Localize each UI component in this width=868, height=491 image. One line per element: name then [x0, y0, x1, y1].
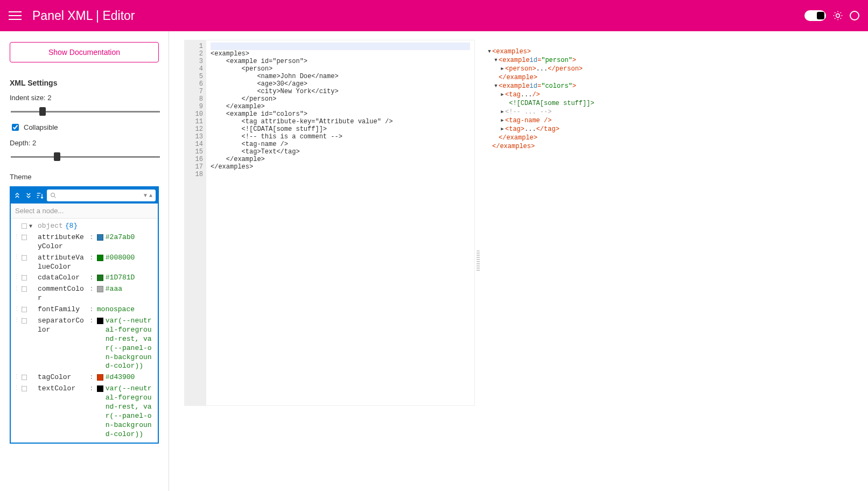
main-area: 123456789101112131415161718 <examples> <… — [169, 31, 868, 491]
tree-row[interactable]: ▶<tag-name /> — [487, 116, 856, 125]
theme-prop-row[interactable]: ⋮⋮textColor:var(--neutral-foreground-res… — [11, 383, 158, 440]
tree-row[interactable]: ▶<tag>...</tag> — [487, 125, 856, 134]
theme-prop-value: monospace — [97, 305, 155, 314]
theme-prop-value: #2a7ab0 — [106, 233, 155, 242]
tree-root-row[interactable]: ▼ object {8} — [11, 221, 158, 232]
sun-icon[interactable] — [832, 10, 843, 21]
tree-row: </examples> — [487, 142, 856, 151]
collapsible-checkbox[interactable]: Collapsible — [10, 122, 159, 132]
theme-prop-key: tagColor — [38, 373, 86, 382]
theme-search-input[interactable] — [59, 191, 142, 200]
sidebar: Show Documentation XML Settings Indent s… — [0, 31, 169, 491]
theme-prop-row[interactable]: ⋮⋮attributeValueColor:#008000 — [11, 252, 158, 273]
tree-row[interactable]: ▶<tag ... /> — [487, 90, 856, 99]
tree-row: <![CDATA[some stuff]]> — [487, 99, 856, 108]
expand-all-icon[interactable] — [13, 190, 22, 201]
svg-point-12 — [51, 193, 54, 197]
sort-icon[interactable] — [36, 190, 45, 201]
theme-prop-key: fontFamily — [38, 305, 86, 314]
theme-prop-value: var(--neutral-foreground-rest, var(--pan… — [106, 317, 155, 371]
theme-tree: ▼ object {8} ⋮⋮attributeKeyColor:#2a7ab0… — [11, 219, 158, 443]
node-select-input[interactable]: Select a node... — [11, 204, 158, 219]
search-icon — [50, 192, 57, 199]
tree-row[interactable]: ▼<examples> — [487, 47, 856, 56]
theme-prop-key: commentColor — [38, 285, 86, 303]
theme-prop-value: #d43900 — [106, 373, 155, 382]
collapse-all-icon[interactable] — [24, 190, 33, 201]
svg-line-7 — [835, 18, 835, 19]
theme-prop-key: textColor — [38, 384, 86, 394]
theme-prop-value: #1D781D — [106, 273, 155, 283]
theme-prop-key: attributeValueColor — [38, 254, 86, 272]
theme-prop-key: cdataColor — [38, 273, 86, 283]
show-documentation-button[interactable]: Show Documentation — [10, 42, 159, 62]
theme-json-editor: ▼ ▲ Select a node... ▼ object {8} ⋮⋮attr… — [10, 186, 159, 444]
app-header: Panel XML | Editor — [0, 0, 868, 31]
svg-line-13 — [54, 197, 55, 198]
tree-row: </example> — [487, 73, 856, 82]
svg-line-4 — [841, 18, 841, 19]
theme-prop-row[interactable]: ⋮⋮commentColor:#aaa — [11, 284, 158, 304]
xml-settings-heading: XML Settings — [10, 79, 159, 87]
tree-row[interactable]: ▼<example id="colors"> — [487, 82, 856, 90]
theme-prop-row[interactable]: ⋮⋮tagColor:#d43900 — [11, 372, 158, 383]
svg-point-0 — [836, 14, 840, 18]
theme-prop-value: #008000 — [106, 254, 155, 263]
pane-splitter[interactable] — [475, 40, 481, 482]
app-title: Panel XML | Editor — [32, 9, 804, 23]
line-gutter: 123456789101112131415161718 — [185, 40, 206, 405]
theme-prop-row[interactable]: ⋮⋮fontFamily:monospace — [11, 304, 158, 315]
theme-search[interactable]: ▼ ▲ — [47, 190, 156, 201]
code-body[interactable]: <examples> <example id="person"> <person… — [206, 40, 474, 405]
svg-line-8 — [841, 12, 841, 13]
loading-icon[interactable] — [850, 11, 859, 20]
menu-icon[interactable] — [9, 9, 22, 22]
depth-slider[interactable] — [10, 150, 159, 160]
tree-row[interactable]: ▶<person>...</person> — [487, 65, 856, 73]
xml-code-editor[interactable]: 123456789101112131415161718 <examples> <… — [184, 40, 475, 406]
indent-size-label: Indent size: 2 — [10, 94, 159, 102]
indent-size-slider[interactable] — [10, 105, 159, 115]
tree-row[interactable]: ▼<example id="person"> — [487, 56, 856, 65]
theme-prop-value: #aaa — [106, 285, 155, 294]
search-up-icon[interactable]: ▲ — [149, 193, 152, 199]
tree-row: </example> — [487, 134, 856, 142]
theme-prop-row[interactable]: ⋮⋮attributeKeyColor:#2a7ab0 — [11, 232, 158, 252]
depth-label: Depth: 2 — [10, 139, 159, 147]
theme-prop-key: attributeKeyColor — [38, 233, 86, 251]
theme-prop-key: separatorColor — [38, 317, 86, 335]
search-down-icon[interactable]: ▼ — [144, 193, 147, 199]
theme-heading: Theme — [10, 173, 159, 181]
theme-prop-row[interactable]: ⋮⋮separatorColor:var(--neutral-foregroun… — [11, 315, 158, 372]
xml-tree-preview: ▼<examples> ▼<example id="person"> ▶<per… — [481, 40, 862, 482]
tree-row[interactable]: ▶<!-- ... --> — [487, 108, 856, 116]
svg-line-3 — [835, 12, 835, 13]
theme-prop-value: var(--neutral-foreground-rest, var(--pan… — [106, 384, 155, 439]
theme-toolbar: ▼ ▲ — [11, 187, 158, 204]
theme-toggle[interactable] — [804, 10, 826, 21]
theme-prop-row[interactable]: ⋮⋮cdataColor:#1D781D — [11, 272, 158, 284]
